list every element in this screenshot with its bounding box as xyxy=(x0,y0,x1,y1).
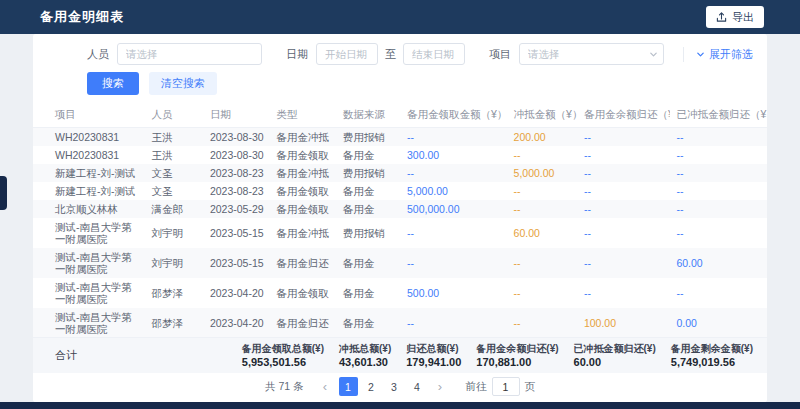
summary-stat-label: 冲抵总额(¥) xyxy=(339,342,391,355)
person-cell: 刘宇明 xyxy=(146,248,204,278)
content-card: 人员 日期 至 项目 展开筛选 搜索 清空搜索 项目人员日期类型数据来源备用金领… xyxy=(33,34,767,402)
page-button[interactable]: 3 xyxy=(385,377,404,396)
summary-stat-value: 60.00 xyxy=(574,355,656,369)
type-cell: 备用金冲抵 xyxy=(270,164,336,182)
chevron-down-icon xyxy=(696,50,705,59)
column-header: 备用金领取金额（¥） xyxy=(401,103,508,128)
sidebar-collapse-handle[interactable] xyxy=(0,176,7,210)
summary-total-label: 合计 xyxy=(55,348,77,363)
prev-page-button[interactable]: ‹ xyxy=(316,377,335,396)
export-icon xyxy=(716,12,727,23)
page-button[interactable]: 1 xyxy=(339,377,358,396)
person-cell: 文圣 xyxy=(146,164,204,182)
amount-cell: -- xyxy=(578,218,671,248)
column-header: 冲抵金额（¥） xyxy=(508,103,578,128)
summary-stat-value: 179,941.00 xyxy=(406,355,461,369)
summary-stat: 已冲抵金额归还(¥)60.00 xyxy=(574,342,656,369)
amount-cell: -- xyxy=(670,278,767,308)
amount-cell: -- xyxy=(401,164,508,182)
date-cell: 2023-04-20 xyxy=(204,308,270,337)
project-filter-input[interactable] xyxy=(519,43,664,65)
person-filter-input[interactable] xyxy=(117,43,262,65)
type-cell: 备用金领取 xyxy=(270,146,336,164)
summary-stat-label: 已冲抵金额归还(¥) xyxy=(574,342,656,355)
amount-cell: -- xyxy=(401,248,508,278)
table-body: WH20230831王洪2023-08-30备用金冲抵费用报销--200.00-… xyxy=(33,128,767,338)
expand-filters-link[interactable]: 展开筛选 xyxy=(683,47,753,62)
export-button[interactable]: 导出 xyxy=(706,6,764,28)
action-bar: 搜索 清空搜索 xyxy=(33,65,767,101)
date-cell: 2023-08-30 xyxy=(204,146,270,164)
total-count: 共 71 条 xyxy=(265,380,304,394)
table-container: 项目人员日期类型数据来源备用金领取金额（¥）冲抵金额（¥）备用金余额归还（¥）已… xyxy=(33,103,767,337)
summary-bar: 合计 备用金领取总额(¥)5,953,501.56冲抵总额(¥)43,601.3… xyxy=(33,337,767,373)
goto-page: 前往 页 xyxy=(466,377,536,396)
source-cell: 备用金 xyxy=(337,182,401,200)
table-row: 新建工程-刘-测试文圣2023-08-23备用金领取备用金5,000.00---… xyxy=(33,182,767,200)
date-cell: 2023-08-23 xyxy=(204,164,270,182)
table-row: 新建工程-刘-测试文圣2023-08-23备用金冲抵费用报销--5,000.00… xyxy=(33,164,767,182)
person-cell: 王洪 xyxy=(146,146,204,164)
source-cell: 费用报销 xyxy=(337,128,401,147)
goto-page-input[interactable] xyxy=(492,377,520,396)
project-cell: WH20230831 xyxy=(33,128,146,147)
table-row: 测试-南昌大学第一附属医院刘宇明2023-05-15备用金冲抵费用报销--60.… xyxy=(33,218,767,248)
pagination-bar: 共 71 条 ‹ 1234 › 前往 页 xyxy=(33,373,767,402)
column-header: 备用金余额归还（¥） xyxy=(578,103,671,128)
page-button[interactable]: 2 xyxy=(362,377,381,396)
date-cell: 2023-05-15 xyxy=(204,218,270,248)
amount-cell: -- xyxy=(670,164,767,182)
project-cell: 新建工程-刘-测试 xyxy=(33,164,146,182)
summary-stat-label: 备用金余额归还(¥) xyxy=(476,342,558,355)
amount-cell: -- xyxy=(508,308,578,337)
type-cell: 备用金领取 xyxy=(270,182,336,200)
project-cell: 测试-南昌大学第一附属医院 xyxy=(33,308,146,337)
date-start-input[interactable] xyxy=(316,43,378,65)
clear-search-button[interactable]: 清空搜索 xyxy=(149,72,217,95)
amount-cell: 0.00 xyxy=(670,308,767,337)
table-row: WH20230831王洪2023-08-30备用金领取备用金300.00----… xyxy=(33,146,767,164)
topbar: 备用金明细表 导出 xyxy=(0,0,800,34)
amount-cell: -- xyxy=(578,164,671,182)
date-end-input[interactable] xyxy=(403,43,465,65)
summary-stat-value: 5,749,019.56 xyxy=(671,355,753,369)
summary-stat-value: 5,953,501.56 xyxy=(242,355,324,369)
project-cell: 新建工程-刘-测试 xyxy=(33,182,146,200)
project-cell: 测试-南昌大学第一附属医院 xyxy=(33,218,146,248)
petty-cash-table: 项目人员日期类型数据来源备用金领取金额（¥）冲抵金额（¥）备用金余额归还（¥）已… xyxy=(33,103,767,337)
date-cell: 2023-05-29 xyxy=(204,200,270,218)
amount-cell: -- xyxy=(670,218,767,248)
amount-cell: -- xyxy=(508,182,578,200)
person-cell: 刘宇明 xyxy=(146,218,204,248)
project-filter-select[interactable] xyxy=(519,43,664,65)
person-cell: 满金郎 xyxy=(146,200,204,218)
type-cell: 备用金冲抵 xyxy=(270,128,336,147)
amount-cell: -- xyxy=(508,146,578,164)
next-page-button[interactable]: › xyxy=(431,377,450,396)
project-cell: 测试-南昌大学第一附属医院 xyxy=(33,278,146,308)
amount-cell: 60.00 xyxy=(670,248,767,278)
project-cell: WH20230831 xyxy=(33,146,146,164)
summary-stat-value: 170,881.00 xyxy=(476,355,558,369)
amount-cell: -- xyxy=(508,248,578,278)
amount-cell: 60.00 xyxy=(508,218,578,248)
table-row: 北京顺义林林满金郎2023-05-29备用金领取备用金500,000.00---… xyxy=(33,200,767,218)
column-header: 类型 xyxy=(270,103,336,128)
amount-cell: -- xyxy=(578,200,671,218)
type-cell: 备用金冲抵 xyxy=(270,218,336,248)
summary-stat: 归还总额(¥)179,941.00 xyxy=(406,342,461,369)
select-chevron-down-icon xyxy=(649,50,658,59)
page-button[interactable]: 4 xyxy=(408,377,427,396)
date-filter-label: 日期 xyxy=(286,47,308,62)
bottom-bar xyxy=(0,402,800,409)
project-cell: 北京顺义林林 xyxy=(33,200,146,218)
search-button[interactable]: 搜索 xyxy=(87,72,139,95)
filter-bar: 人员 日期 至 项目 展开筛选 xyxy=(33,34,767,65)
amount-cell: -- xyxy=(578,128,671,147)
summary-stat: 备用金余额归还(¥)170,881.00 xyxy=(476,342,558,369)
amount-cell: -- xyxy=(578,182,671,200)
person-cell: 邵梦泽 xyxy=(146,308,204,337)
summary-stat-label: 备用金领取总额(¥) xyxy=(242,342,324,355)
column-header: 人员 xyxy=(146,103,204,128)
date-cell: 2023-08-23 xyxy=(204,182,270,200)
